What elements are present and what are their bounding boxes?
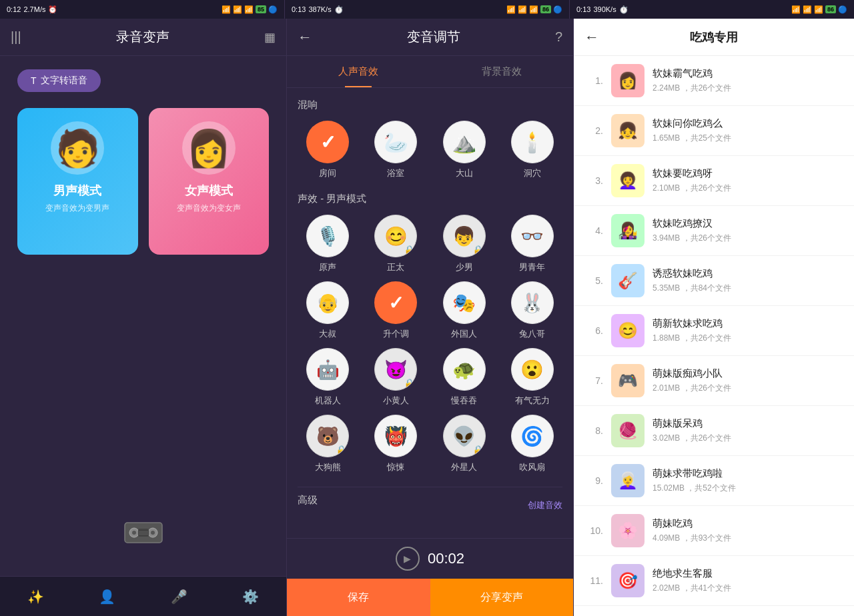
nav-record[interactable]: 🎤 [160,583,198,610]
pack-info: 诱惑软妹吃鸡 5.35MB ，共84个文件 [653,267,843,294]
pack-item[interactable]: 7. 🎮 萌妹版痴鸡小队 2.01MB ，共26个文件 [574,356,854,406]
pack-avatar: 🎯 [611,564,645,597]
back-icon-p2[interactable]: ← [298,29,312,46]
play-button[interactable]: ▶ [396,547,420,571]
pack-item[interactable]: 11. 🎯 绝地求生客服 2.02MB ，共41个文件 [574,556,854,606]
panel2-actions: 保存 分享变声 [287,579,573,616]
pack-number: 9. [584,475,603,486]
pack-meta: 2.24MB ，共26个文件 [653,83,843,94]
back-icon-p3[interactable]: ← [584,29,599,46]
pack-name: 诱惑软妹吃鸡 [653,267,843,280]
effects-section-title: 声效 - 男声模式 [298,193,562,205]
effect-horror[interactable]: 👹 惊悚 [366,415,426,473]
pack-item[interactable]: 6. 😊 萌新软妹求吃鸡 1.88MB ，共26个文件 [574,306,854,356]
pack-info: 软妹问你吃鸡么 1.65MB ，共25个文件 [653,117,843,144]
pack-meta: 2.02MB ，共41个文件 [653,583,843,594]
help-icon[interactable]: ? [555,29,562,45]
pack-number: 2. [584,125,603,136]
effect-cave[interactable]: 🕯️ 洞穴 [502,121,562,179]
effect-slow[interactable]: 🐢 慢吞吞 [434,348,494,407]
pack-item[interactable]: 10. 🌸 萌妹吃鸡 4.09MB ，共93个文件 [574,506,854,556]
pack-name: 软妹霸气吃鸡 [653,67,843,80]
pack-avatar: 👧 [611,114,645,147]
effect-mountain[interactable]: ⛰️ 大山 [434,121,494,179]
panel-chicken: ← 吃鸡专用 1. 👩 软妹霸气吃鸡 2.24MB ，共26个文件 2. 👧 软… [574,19,854,616]
effect-room[interactable]: 🏠 ✓ 房间 [298,121,358,179]
pack-name: 萌妹求带吃鸡啦 [653,467,843,480]
effect-robot[interactable]: 🤖 机器人 [298,348,358,407]
tab-vocal-effects[interactable]: 人声音效 [287,56,430,87]
effect-youngman[interactable]: 👓 男青年 [502,215,562,273]
effect-label-room: 房间 [319,167,336,179]
pack-avatar: 🧶 [611,414,645,447]
effect-pitchup[interactable]: 🎵 ✓ 升个调 [366,281,426,340]
effect-circle-youngman: 👓 [511,215,554,257]
effect-circle-room: 🏠 ✓ [306,121,349,163]
pack-avatar: 🎸 [611,264,645,297]
pack-item[interactable]: 1. 👩 软妹霸气吃鸡 2.24MB ，共26个文件 [574,56,854,106]
male-voice-card[interactable]: 🧑 男声模式 变声音效为变男声 [17,108,138,255]
effect-original[interactable]: 🎙️ 原声 [298,215,358,273]
effect-alien[interactable]: 👽 🔒 外星人 [434,415,494,473]
pack-item[interactable]: 5. 🎸 诱惑软妹吃鸡 5.35MB ，共84个文件 [574,256,854,306]
effect-bathroom[interactable]: 🦢 浴室 [366,121,426,179]
female-title: 女声模式 [185,183,233,199]
effect-circle-robot: 🤖 [306,348,349,391]
create-effect-btn[interactable]: 创建音效 [528,499,562,511]
effect-fan[interactable]: 🌀 吹风扇 [502,415,562,473]
pack-number: 6. [584,325,603,336]
advanced-row: 高级 创建音效 [298,487,562,523]
nav-avatar[interactable]: 👤 [88,583,126,610]
pack-avatar: 🌸 [611,514,645,547]
settings-icon[interactable]: ▦ [264,30,276,45]
pack-item[interactable]: 2. 👧 软妹问你吃鸡么 1.65MB ，共25个文件 [574,106,854,156]
pack-item[interactable]: 8. 🧶 萌妹版呆鸡 3.02MB ，共26个文件 [574,406,854,456]
effect-rabbit[interactable]: 🐰 兔八哥 [502,281,562,340]
effect-bear[interactable]: 🐻 🔒 大狗熊 [298,415,358,473]
share-button[interactable]: 分享变声 [430,579,574,616]
pack-item[interactable]: 4. 👩‍🎤 软妹吃鸡撩汉 3.94MB ，共26个文件 [574,206,854,256]
time-2: 0:13 [292,5,306,13]
mix-section-title: 混响 [298,99,562,111]
pack-list: 1. 👩 软妹霸气吃鸡 2.24MB ，共26个文件 2. 👧 软妹问你吃鸡么 … [574,56,854,616]
pack-number: 1. [584,75,603,86]
effect-minion[interactable]: 😈 🔒 小黄人 [366,348,426,407]
save-button[interactable]: 保存 [287,579,430,616]
effect-boy[interactable]: 😊 🔒 正太 [366,215,426,273]
signal-1: 2.7M/s [23,5,45,13]
pack-info: 绝地求生客服 2.02MB ，共41个文件 [653,567,843,594]
effect-circle-bathroom: 🦢 [374,121,417,163]
pack-meta: 3.94MB ，共26个文件 [653,233,843,244]
pack-number: 7. [584,375,603,386]
effect-youngboy[interactable]: 👦 🔒 少男 [434,215,494,273]
tab-bg-effects[interactable]: 背景音效 [430,56,574,87]
effect-circle-minion: 😈 🔒 [374,348,417,391]
effect-weak[interactable]: 😮 有气无力 [502,348,562,407]
status-bar-3: 0:13 390K/s ⏱️ 📶 📶 📶 86 🔵 [570,0,854,19]
effect-foreigner[interactable]: 🎭 外国人 [434,281,494,340]
pack-name: 萌妹版痴鸡小队 [653,367,843,380]
pack-number: 11. [584,575,603,586]
battery-2: 86 [540,5,551,13]
nav-effects[interactable]: ✨ [17,583,55,610]
svg-point-3 [132,531,136,535]
panel2-scroll[interactable]: 混响 🏠 ✓ 房间 🦢 浴室 ⛰️ [287,88,573,538]
tts-button[interactable]: T 文字转语音 [17,69,101,92]
panel2-title: 变音调节 [407,28,460,46]
pack-number: 10. [584,525,603,536]
pack-item[interactable]: 9. 👩‍🦳 萌妹求带吃鸡啦 15.02MB ，共52个文件 [574,456,854,506]
effect-uncle[interactable]: 👴 大叔 [298,281,358,340]
effect-circle-uncle: 👴 [306,281,349,324]
status-bar-2: 0:13 387K/s ⏱️ 📶 📶 📶 86 🔵 [285,0,570,19]
pack-meta: 1.88MB ，共26个文件 [653,333,843,344]
menu-icon[interactable]: ||| [11,29,21,45]
effect-circle-bear: 🐻 🔒 [306,415,349,457]
female-voice-card[interactable]: 👩 女声模式 变声音效为变女声 [149,108,270,255]
voice-cards: 🧑 男声模式 变声音效为变男声 👩 女声模式 变声音效为变女声 [11,108,276,255]
cassette-icon [123,519,163,552]
panel1-header: ||| 录音变声 ▦ [0,19,286,56]
pack-item[interactable]: 3. 👩‍🦱 软妹要吃鸡呀 2.10MB ，共26个文件 [574,156,854,206]
advanced-label: 高级 [298,494,318,507]
pack-info: 软妹霸气吃鸡 2.24MB ，共26个文件 [653,67,843,94]
nav-settings[interactable]: ⚙️ [232,583,270,610]
